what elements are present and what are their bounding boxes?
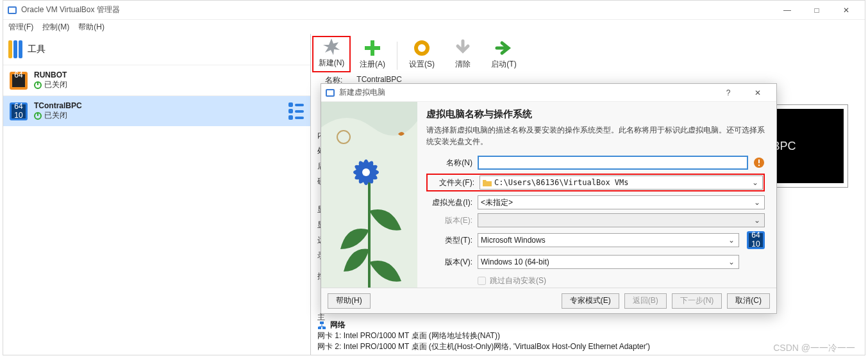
skip-checkbox — [478, 277, 486, 285]
network-icon — [317, 321, 326, 330]
discard-arrow-icon — [453, 38, 472, 58]
folder-select[interactable]: C:\Users\86136\VirtualBox VMs — [480, 175, 763, 190]
vm-state: 已关闭 — [34, 79, 67, 90]
tools-row[interactable]: 工具 — [3, 34, 310, 65]
type-label: 类型(T): — [426, 235, 472, 246]
dialog-description: 请选择新虚拟电脑的描述名称及要安装的操作系统类型。此名称将用于标识此虚拟电脑。还… — [426, 124, 765, 147]
menu-control[interactable]: 控制(M) — [42, 22, 69, 33]
name-input[interactable] — [478, 156, 748, 170]
toolbar-discard-button[interactable]: 清除 — [444, 38, 482, 72]
form-row-iso: 虚拟光盘(I): <未指定> — [426, 195, 765, 209]
svg-point-31 — [362, 168, 370, 176]
vm-name: TContralBPC — [34, 101, 82, 110]
svg-marker-13 — [323, 38, 340, 55]
main-title: Oracle VM VirtualBox 管理器 — [21, 4, 772, 15]
name-label: 名称(N) — [426, 158, 472, 168]
form-row-version-e: 版本(E): — [426, 213, 765, 227]
vm-item-tcontralbpc[interactable]: 6410 TContralBPC 已关闭 — [3, 95, 310, 126]
main-titlebar: Oracle VM VirtualBox 管理器 — □ ✕ — [3, 1, 865, 20]
expert-mode-button[interactable]: 专家模式(E) — [562, 293, 619, 309]
form-row-folder: 文件夹(F): C:\Users\86136\VirtualBox VMs — [426, 174, 765, 191]
dialog-help-button[interactable]: ? — [714, 83, 743, 102]
svg-rect-20 — [320, 321, 324, 324]
iso-label: 虚拟光盘(I): — [426, 197, 472, 208]
gear-icon — [412, 38, 431, 58]
dialog-app-icon — [325, 88, 335, 98]
toolbar-separator — [397, 42, 397, 70]
new-vm-dialog: 新建虚拟电脑 ? ✕ 虚拟电脑名称与操作系统 请选择新虚拟电脑 — [321, 83, 777, 314]
form-row-name: 名称(N) — [426, 156, 765, 170]
menu-file[interactable]: 管理(F) — [8, 22, 33, 33]
tools-label: 工具 — [28, 44, 46, 55]
vm-name: RUNBOT — [34, 70, 67, 79]
left-pane: 工具 64 RUNBOT 已关闭 — [3, 34, 311, 355]
svg-text:10: 10 — [751, 240, 760, 248]
toolbar-new-button[interactable]: 新建(N) — [312, 36, 351, 72]
start-arrow-icon — [494, 38, 513, 58]
vm-state: 已关闭 — [34, 110, 82, 121]
dialog-heading: 虚拟电脑名称与操作系统 — [426, 108, 765, 120]
skip-auto-install-row: 跳过自动安装(S) — [426, 275, 765, 286]
dialog-titlebar: 新建虚拟电脑 ? ✕ — [321, 84, 776, 102]
dialog-close-button[interactable]: ✕ — [743, 83, 772, 102]
version-e-label: 版本(E): — [426, 215, 472, 226]
svg-text:64: 64 — [751, 231, 760, 240]
svg-text:64: 64 — [14, 72, 23, 79]
new-starburst-icon — [322, 37, 341, 56]
svg-rect-34 — [758, 159, 760, 163]
menu-help[interactable]: 帮助(H) — [78, 22, 104, 33]
svg-rect-1 — [9, 8, 15, 13]
tools-icon — [8, 40, 22, 58]
svg-text:10: 10 — [14, 111, 23, 120]
iso-select[interactable]: <未指定> — [478, 195, 765, 209]
back-button: 返回(B) — [624, 293, 667, 309]
plus-icon — [363, 38, 382, 58]
folder-icon — [483, 179, 492, 186]
next-button: 下一步(N) — [672, 293, 722, 309]
os-family-icon: 6410 — [747, 231, 765, 249]
main-maximize-button[interactable]: □ — [802, 1, 831, 20]
power-off-icon — [34, 112, 42, 120]
main-menubar: 管理(F) 控制(M) 帮助(H) — [3, 20, 865, 34]
version-e-select — [478, 213, 765, 227]
vm-details-toggle-icon[interactable] — [288, 102, 304, 120]
power-off-icon — [34, 81, 42, 89]
svg-text:64: 64 — [14, 102, 23, 111]
svg-rect-15 — [365, 46, 380, 50]
cancel-button[interactable]: 取消(C) — [727, 293, 770, 309]
name-warning-icon — [753, 157, 765, 168]
vm-item-runbot[interactable]: 64 RUNBOT 已关闭 — [3, 65, 310, 95]
version-label: 版本(V): — [426, 257, 472, 268]
main-close-button[interactable]: ✕ — [831, 1, 861, 20]
svg-rect-35 — [758, 165, 760, 166]
toolbar-settings-button[interactable]: 设置(S) — [403, 38, 441, 72]
main-minimize-button[interactable]: — — [772, 1, 802, 20]
svg-rect-22 — [327, 90, 333, 95]
main-toolbar: 新建(N) 注册(A) 设置(S) 清除 启动(T) — [311, 34, 865, 72]
version-select[interactable]: Windows 10 (64-bit) — [478, 255, 739, 269]
dialog-title: 新建虚拟电脑 — [339, 87, 714, 98]
help-button[interactable]: 帮助(H) — [328, 293, 371, 309]
form-row-type: 类型(T): Microsoft Windows 6410 — [426, 231, 765, 249]
type-select[interactable]: Microsoft Windows — [478, 233, 739, 247]
toolbar-add-button[interactable]: 注册(A) — [353, 38, 392, 72]
dialog-footer: 帮助(H) 专家模式(E) 返回(B) 下一步(N) 取消(C) — [321, 288, 776, 313]
virtualbox-app-icon — [7, 5, 17, 15]
watermark: CSDN @一一冷一一 — [773, 343, 855, 354]
dialog-form-area: 虚拟电脑名称与操作系统 请选择新虚拟电脑的描述名称及要安装的操作系统类型。此名称… — [417, 102, 776, 288]
toolbar-start-button[interactable]: 启动(T) — [485, 38, 523, 72]
svg-rect-19 — [322, 327, 326, 329]
folder-label: 文件夹(F): — [428, 177, 474, 188]
svg-point-17 — [419, 45, 424, 51]
vm-list: 64 RUNBOT 已关闭 6410 TContr — [3, 65, 310, 355]
vm-os-icon: 6410 — [10, 102, 28, 120]
svg-rect-18 — [318, 327, 321, 329]
form-row-version: 版本(V): Windows 10 (64-bit) — [426, 253, 765, 271]
vm-os-icon: 64 — [10, 72, 28, 90]
dialog-illustration — [321, 102, 417, 288]
network-adapter-1: 网卡 1: Intel PRO/1000 MT 桌面 (网络地址转换(NAT)) — [317, 330, 858, 341]
